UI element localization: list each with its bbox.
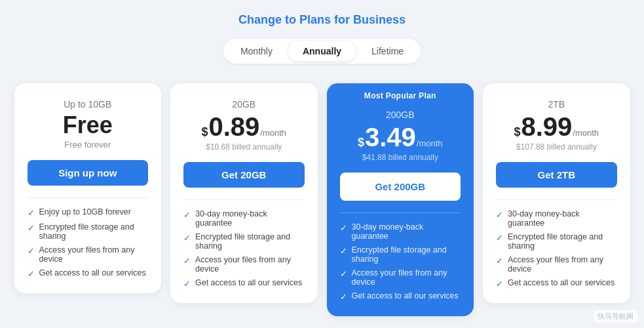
plan-price-row: $ 0.89 /month	[183, 113, 305, 140]
feature-text: Encrypted file storage and sharing	[352, 245, 461, 264]
plan-card-free: Up to 10GB Free Free forever Sign up now…	[14, 83, 162, 293]
plan-price-row: $ 8.99 /month	[496, 113, 617, 140]
plan-card-20gb: 20GB $ 0.89 /month $10.68 billed annuall…	[170, 83, 318, 303]
check-icon: ✓	[496, 279, 503, 289]
check-icon: ✓	[28, 246, 35, 256]
price-main: 3.49	[365, 124, 416, 150]
feature-item: ✓ Encrypted file storage and sharing	[28, 222, 149, 241]
check-icon: ✓	[496, 256, 503, 266]
plan-card-2tb: 2TB $ 8.99 /month $107.88 billed annuall…	[483, 83, 630, 303]
feature-item: ✓ 30-day money-back guarantee	[340, 222, 461, 241]
plan-storage: 2TB	[496, 99, 617, 110]
feature-text: Get access to all our services	[195, 278, 302, 287]
price-period: /month	[417, 138, 443, 148]
feature-text: Access your files from any device	[39, 245, 149, 264]
price-main: 0.89	[208, 113, 259, 140]
plan-storage: 20GB	[183, 99, 305, 110]
plan-card-200gb: Most Popular Plan200GB $ 3.49 /month $41…	[327, 83, 474, 316]
page-title: Change to Plans for Business	[238, 13, 406, 27]
feature-item: ✓ Access your files from any device	[28, 245, 149, 264]
features-list: ✓ Enjoy up to 10GB forever ✓ Encrypted f…	[28, 207, 149, 279]
feature-item: ✓ Encrypted file storage and sharing	[340, 245, 461, 264]
watermark: 快马导航网	[594, 310, 637, 323]
check-icon: ✓	[183, 233, 191, 243]
feature-item: ✓ Encrypted file storage and sharing	[496, 232, 617, 251]
price-currency: $	[201, 126, 208, 138]
check-icon: ✓	[28, 269, 35, 279]
features-list: ✓ 30-day money-back guarantee ✓ Encrypte…	[496, 209, 617, 289]
price-period: /month	[573, 128, 599, 138]
plan-storage: 200GB	[340, 110, 461, 120]
check-icon: ✓	[496, 233, 503, 243]
feature-text: 30-day money-back guarantee	[352, 222, 461, 241]
plan-storage: Up to 10GB	[28, 99, 149, 110]
check-icon: ✓	[183, 279, 191, 289]
feature-text: Get access to all our services	[508, 278, 615, 287]
plan-billed: $10.68 billed annually	[183, 142, 305, 152]
tab-monthly[interactable]: Monthly	[226, 41, 287, 61]
feature-text: Encrypted file storage and sharing	[195, 232, 305, 251]
feature-item: ✓ Encrypted file storage and sharing	[183, 232, 305, 251]
popular-badge: Most Popular Plan	[340, 91, 461, 100]
feature-text: Access your files from any device	[508, 255, 617, 274]
plan-btn-200gb[interactable]: Get 200GB	[340, 173, 461, 201]
check-icon: ✓	[28, 208, 35, 218]
tab-lifetime[interactable]: Lifetime	[357, 41, 418, 61]
check-icon: ✓	[340, 246, 347, 256]
feature-item: ✓ Access your files from any device	[340, 268, 461, 287]
feature-text: Encrypted file storage and sharing	[39, 222, 149, 241]
divider	[496, 199, 617, 200]
plan-billed: $41.88 billed annually	[340, 153, 461, 162]
feature-text: Get access to all our services	[352, 291, 459, 300]
plan-btn-20gb[interactable]: Get 20GB	[183, 162, 305, 188]
feature-text: Access your files from any device	[352, 268, 461, 287]
feature-item: ✓ 30-day money-back guarantee	[496, 209, 617, 228]
tab-annually[interactable]: Annually	[288, 41, 356, 61]
check-icon: ✓	[340, 269, 347, 279]
plan-price-row: $ 3.49 /month	[340, 124, 461, 150]
billing-toggle: Monthly Annually Lifetime	[223, 39, 421, 64]
feature-item: ✓ 30-day money-back guarantee	[183, 209, 305, 228]
feature-text: 30-day money-back guarantee	[195, 209, 305, 228]
check-icon: ✓	[183, 210, 191, 220]
divider	[183, 199, 305, 200]
feature-item: ✓ Get access to all our services	[28, 268, 149, 279]
price-currency: $	[514, 126, 520, 138]
plan-price-row: Free	[28, 113, 149, 137]
plan-billed: $107.88 billed annually	[496, 142, 617, 152]
plans-container: Up to 10GB Free Free forever Sign up now…	[14, 83, 630, 316]
feature-text: Encrypted file storage and sharing	[508, 232, 617, 251]
plan-btn-2tb[interactable]: Get 2TB	[496, 162, 617, 188]
feature-item: ✓ Access your files from any device	[496, 255, 617, 274]
feature-text: Access your files from any device	[195, 255, 305, 274]
check-icon: ✓	[183, 256, 191, 266]
check-icon: ✓	[28, 223, 35, 233]
features-list: ✓ 30-day money-back guarantee ✓ Encrypte…	[340, 222, 461, 302]
feature-item: ✓ Get access to all our services	[183, 278, 305, 289]
plan-btn-free[interactable]: Sign up now	[28, 160, 149, 186]
divider	[28, 197, 149, 198]
feature-item: ✓ Get access to all our services	[340, 291, 461, 302]
price-free: Free	[63, 113, 113, 137]
feature-text: Enjoy up to 10GB forever	[39, 207, 131, 216]
feature-text: Get access to all our services	[39, 268, 146, 277]
feature-item: ✓ Enjoy up to 10GB forever	[28, 207, 149, 218]
feature-item: ✓ Access your files from any device	[183, 255, 305, 274]
check-icon: ✓	[496, 210, 503, 220]
free-forever: Free forever	[28, 140, 149, 150]
divider	[340, 213, 461, 213]
check-icon: ✓	[340, 292, 347, 302]
price-currency: $	[358, 136, 364, 148]
price-period: /month	[260, 128, 286, 138]
feature-text: 30-day money-back guarantee	[508, 209, 617, 228]
price-main: 8.99	[521, 113, 572, 140]
feature-item: ✓ Get access to all our services	[496, 278, 617, 289]
check-icon: ✓	[340, 223, 347, 233]
features-list: ✓ 30-day money-back guarantee ✓ Encrypte…	[183, 209, 305, 289]
